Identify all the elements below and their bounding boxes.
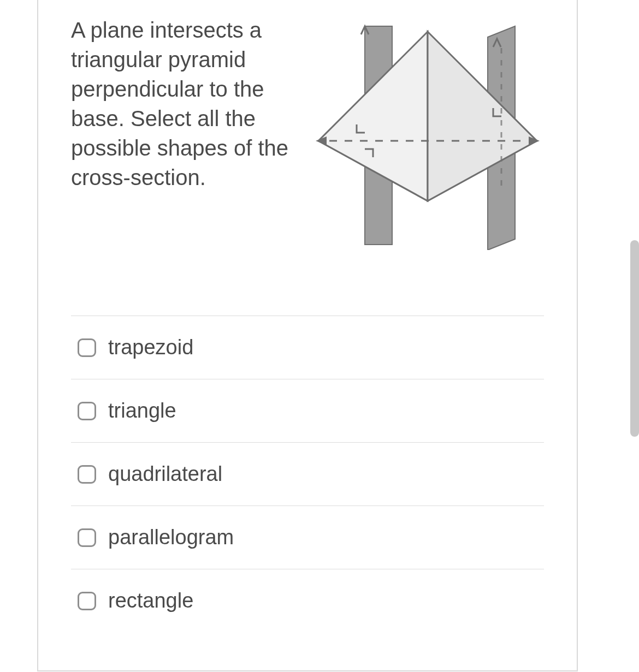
question-text: A plane intersects a triangular pyramid …: [71, 15, 295, 192]
answer-options: trapezoid triangle quadrilateral paralle…: [71, 316, 544, 632]
checkbox-icon[interactable]: [78, 338, 96, 357]
option-rectangle[interactable]: rectangle: [71, 569, 544, 632]
checkbox-icon[interactable]: [78, 402, 96, 420]
option-label: parallelogram: [108, 526, 234, 549]
option-label: quadrilateral: [108, 462, 222, 486]
svg-marker-7: [428, 32, 537, 201]
question-top-row: A plane intersects a triangular pyramid …: [71, 15, 544, 250]
scrollbar-thumb[interactable]: [630, 240, 639, 437]
option-triangle[interactable]: triangle: [71, 379, 544, 443]
checkbox-icon[interactable]: [78, 465, 96, 484]
option-parallelogram[interactable]: parallelogram: [71, 506, 544, 569]
pyramid-svg: [313, 15, 542, 250]
checkbox-icon[interactable]: [78, 592, 96, 610]
checkbox-icon[interactable]: [78, 528, 96, 547]
question-card: A plane intersects a triangular pyramid …: [37, 0, 578, 671]
option-label: rectangle: [108, 589, 193, 612]
page: A plane intersects a triangular pyramid …: [0, 0, 639, 672]
option-quadrilateral[interactable]: quadrilateral: [71, 443, 544, 506]
figure-pyramid-cross-section: [311, 15, 544, 250]
option-label: trapezoid: [108, 336, 193, 359]
option-trapezoid[interactable]: trapezoid: [71, 316, 544, 379]
option-label: triangle: [108, 399, 176, 423]
